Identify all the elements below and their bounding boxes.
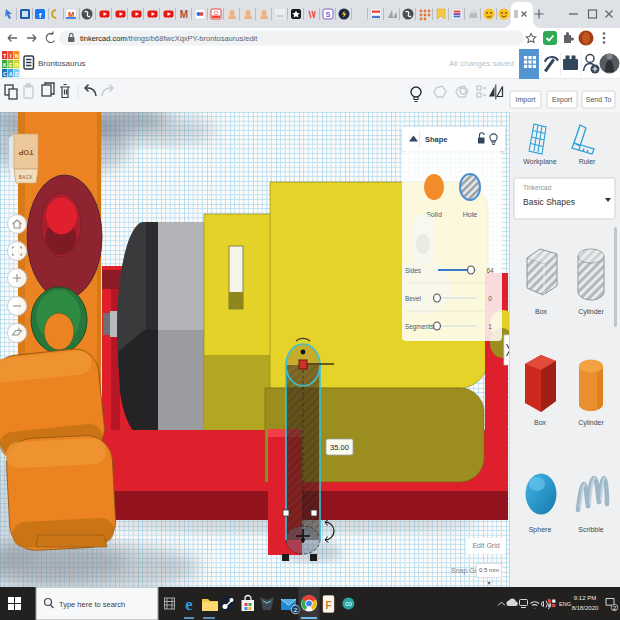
svg-text:Export: Export	[552, 96, 572, 104]
svg-text:f: f	[39, 11, 42, 20]
svg-text:tinkercad.com/things/b68fwcXqx: tinkercad.com/things/b68fwcXqxPY-brontos…	[80, 34, 258, 43]
svg-text:F: F	[325, 600, 331, 611]
svg-text:Sides: Sides	[405, 267, 421, 274]
svg-text:T: T	[3, 53, 6, 59]
svg-text:C: C	[3, 71, 7, 77]
svg-text:35.00: 35.00	[330, 443, 349, 452]
svg-text:Send To: Send To	[586, 96, 612, 103]
svg-text:e: e	[185, 595, 192, 614]
svg-text:Cylinder: Cylinder	[578, 419, 604, 427]
svg-text:Cylinder: Cylinder	[578, 308, 604, 316]
svg-text:ENG: ENG	[559, 601, 571, 607]
svg-text:Brontosaurus: Brontosaurus	[38, 59, 86, 68]
svg-text:co: co	[345, 600, 352, 607]
svg-text:Hole: Hole	[463, 211, 478, 218]
svg-text:2: 2	[613, 605, 616, 611]
svg-text:A: A	[9, 71, 13, 77]
svg-text:1: 1	[488, 323, 492, 330]
svg-text:64: 64	[486, 267, 494, 274]
svg-text:O: O	[214, 10, 219, 16]
svg-text:Sphere: Sphere	[529, 526, 552, 534]
svg-text:Box: Box	[534, 419, 547, 426]
svg-text:Box: Box	[535, 308, 548, 315]
svg-text:Basic Shapes: Basic Shapes	[523, 197, 575, 207]
svg-text:BACK: BACK	[19, 175, 33, 180]
svg-text:K: K	[3, 62, 7, 68]
svg-text:Scribble: Scribble	[578, 526, 603, 533]
svg-text:All changes saved: All changes saved	[449, 59, 514, 68]
svg-text:Workplane: Workplane	[523, 158, 556, 166]
svg-text:Import: Import	[516, 96, 536, 104]
svg-text:R: R	[15, 62, 19, 68]
svg-text:Type here to search: Type here to search	[59, 600, 125, 609]
svg-text:8/18/2020: 8/18/2020	[572, 605, 599, 611]
svg-text:2: 2	[294, 606, 298, 613]
svg-text:S: S	[325, 10, 330, 19]
svg-text:Bevel: Bevel	[405, 295, 421, 302]
svg-text:Ruler: Ruler	[579, 158, 596, 165]
svg-text:TOP: TOP	[18, 148, 33, 157]
svg-text:M: M	[180, 9, 188, 20]
svg-text:0: 0	[488, 295, 492, 302]
svg-text:N: N	[15, 53, 19, 59]
svg-text:Shape: Shape	[425, 135, 448, 144]
svg-text:Segments: Segments	[405, 323, 434, 331]
svg-text:Tinkercad: Tinkercad	[523, 184, 552, 191]
svg-text:9:12 PM: 9:12 PM	[574, 595, 596, 601]
svg-text:D: D	[15, 71, 19, 77]
